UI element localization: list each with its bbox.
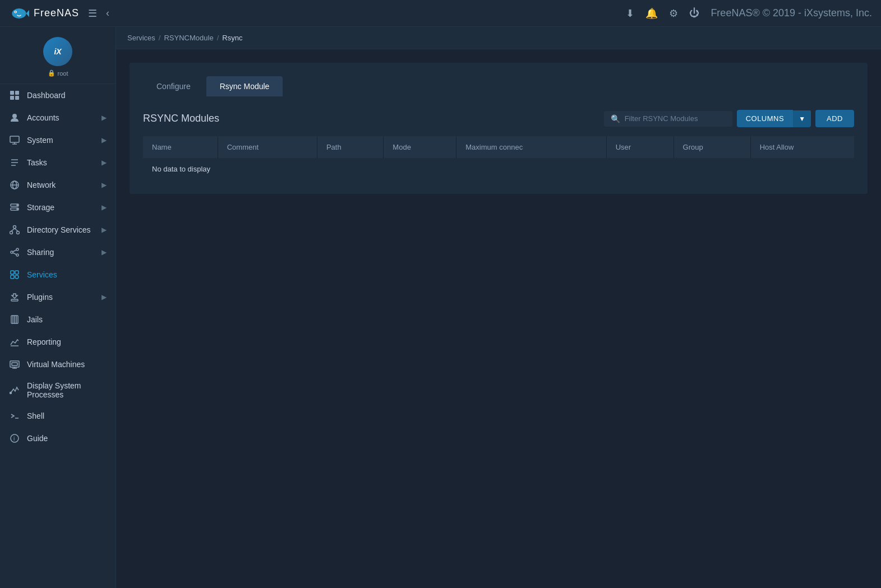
table-body: No data to display	[143, 158, 854, 180]
svg-rect-6	[10, 96, 14, 100]
header-right: ⬇ 🔔 ⚙ ⏻ FreeNAS® © 2019 - iXsystems, Inc…	[626, 7, 872, 20]
table-title: RSYNC Modules	[143, 113, 219, 124]
header-left: FreeNAS ☰ ‹	[9, 6, 109, 21]
avatar: iX	[43, 37, 72, 66]
sidebar-item-label-display-system-processes: Display System Processes	[27, 381, 107, 399]
network-arrow-icon: ▶	[102, 181, 107, 189]
notifications-icon[interactable]: 🔔	[645, 7, 658, 20]
sidebar-item-label-accounts: Accounts	[27, 113, 95, 122]
svg-line-23	[15, 229, 18, 232]
settings-icon[interactable]: ⚙	[669, 7, 678, 20]
sidebar-item-label-network: Network	[27, 180, 95, 189]
services-icon	[9, 269, 20, 280]
tab-rsync-module[interactable]: Rsync Module	[206, 76, 283, 96]
sidebar-item-shell[interactable]: Shell	[0, 405, 116, 427]
breadcrumb-rsync: Rsync	[222, 34, 242, 42]
sidebar-item-directory-services[interactable]: Directory Services ▶	[0, 219, 116, 241]
directory-services-icon	[9, 224, 20, 235]
lock-icon: 🔒	[48, 70, 56, 77]
columns-button[interactable]: COLUMNS	[737, 110, 794, 127]
sidebar-item-system[interactable]: System ▶	[0, 129, 116, 151]
svg-rect-9	[10, 136, 19, 142]
no-data-message: No data to display	[143, 158, 854, 180]
svg-point-26	[16, 254, 19, 256]
search-input[interactable]	[625, 114, 726, 123]
svg-point-20	[10, 232, 13, 234]
system-arrow-icon: ▶	[102, 136, 107, 144]
svg-rect-5	[15, 91, 19, 95]
avatar-text: iX	[54, 47, 61, 56]
search-icon: 🔍	[611, 114, 620, 123]
hamburger-icon[interactable]: ☰	[88, 7, 97, 20]
storage-arrow-icon: ▶	[102, 203, 107, 211]
breadcrumb-sep-2: /	[217, 34, 219, 42]
svg-line-22	[11, 229, 15, 232]
data-table: Name Comment Path Mode Maximum connec Us…	[143, 136, 854, 180]
sidebar-item-label-shell: Shell	[27, 411, 107, 420]
sidebar-item-sharing[interactable]: Sharing ▶	[0, 241, 116, 263]
freenas-logo-icon	[9, 6, 29, 21]
sidebar-item-services[interactable]: Services	[0, 263, 116, 286]
sidebar-item-label-plugins: Plugins	[27, 293, 95, 302]
sidebar-item-label-system: System	[27, 136, 95, 145]
sidebar-item-network[interactable]: Network ▶	[0, 174, 116, 196]
sidebar-item-tasks[interactable]: Tasks ▶	[0, 151, 116, 174]
top-header: FreeNAS ☰ ‹ ⬇ 🔔 ⚙ ⏻ FreeNAS® © 2019 - iX…	[0, 0, 881, 27]
table-controls: 🔍 COLUMNS ▼ ADD	[604, 110, 854, 127]
svg-rect-29	[11, 271, 14, 274]
download-icon[interactable]: ⬇	[626, 7, 634, 20]
system-icon	[9, 135, 20, 146]
col-name: Name	[143, 136, 218, 158]
accounts-icon	[9, 112, 20, 123]
sidebar-item-display-system-processes[interactable]: Display System Processes	[0, 376, 116, 405]
jails-icon	[9, 314, 20, 325]
main-card: Configure Rsync Module RSYNC Modules 🔍 C…	[130, 63, 868, 194]
main-content: Configure Rsync Module RSYNC Modules 🔍 C…	[116, 49, 881, 588]
svg-point-18	[17, 209, 18, 210]
logo-area: FreeNAS	[9, 6, 79, 21]
sharing-icon	[9, 247, 20, 258]
sidebar-item-label-services: Services	[27, 270, 107, 279]
sidebar-item-label-dashboard: Dashboard	[27, 91, 107, 100]
col-user: User	[606, 136, 674, 158]
svg-rect-42	[12, 363, 17, 365]
col-comment: Comment	[218, 136, 317, 158]
guide-icon: i	[9, 433, 20, 444]
svg-point-21	[17, 232, 20, 234]
sidebar-item-accounts[interactable]: Accounts ▶	[0, 107, 116, 129]
back-chevron-icon[interactable]: ‹	[106, 7, 109, 19]
sidebar-item-jails[interactable]: Jails	[0, 308, 116, 331]
svg-point-19	[13, 226, 16, 229]
add-button[interactable]: ADD	[815, 110, 854, 127]
plugins-icon	[9, 291, 20, 303]
columns-dropdown-button[interactable]: ▼	[793, 110, 811, 127]
svg-rect-4	[10, 91, 14, 95]
tab-configure[interactable]: Configure	[143, 76, 204, 96]
tasks-arrow-icon: ▶	[102, 159, 107, 166]
col-path: Path	[317, 136, 383, 158]
sidebar-item-storage[interactable]: Storage ▶	[0, 196, 116, 219]
sidebar-item-dashboard[interactable]: Dashboard	[0, 84, 116, 107]
reporting-icon	[9, 336, 20, 348]
sidebar-item-guide[interactable]: i Guide	[0, 427, 116, 450]
sidebar-item-plugins[interactable]: Plugins ▶	[0, 286, 116, 308]
search-box: 🔍	[604, 111, 732, 127]
dashboard-icon	[9, 90, 20, 101]
svg-point-8	[12, 114, 17, 118]
breadcrumb-services[interactable]: Services	[127, 34, 155, 42]
breadcrumb-rsyncmodule[interactable]: RSYNCModule	[164, 34, 213, 42]
sidebar-item-label-virtual-machines: Virtual Machines	[27, 360, 107, 369]
username: root	[58, 70, 68, 77]
breadcrumb: Services / RSYNCModule / Rsync	[127, 34, 242, 42]
power-icon[interactable]: ⏻	[689, 7, 699, 19]
sidebar-item-label-sharing: Sharing	[27, 248, 95, 257]
sidebar-item-virtual-machines[interactable]: Virtual Machines	[0, 353, 116, 376]
columns-button-group: COLUMNS ▼	[737, 110, 811, 127]
sidebar-item-reporting[interactable]: Reporting	[0, 331, 116, 353]
sidebar-item-label-storage: Storage	[27, 203, 95, 212]
sidebar: iX 🔒 root Dashboard Accounts ▶ System ▶ …	[0, 27, 116, 588]
user-section: iX 🔒 root	[0, 27, 116, 84]
tasks-icon	[9, 157, 20, 168]
shell-icon	[9, 410, 20, 422]
svg-point-3	[15, 11, 16, 12]
